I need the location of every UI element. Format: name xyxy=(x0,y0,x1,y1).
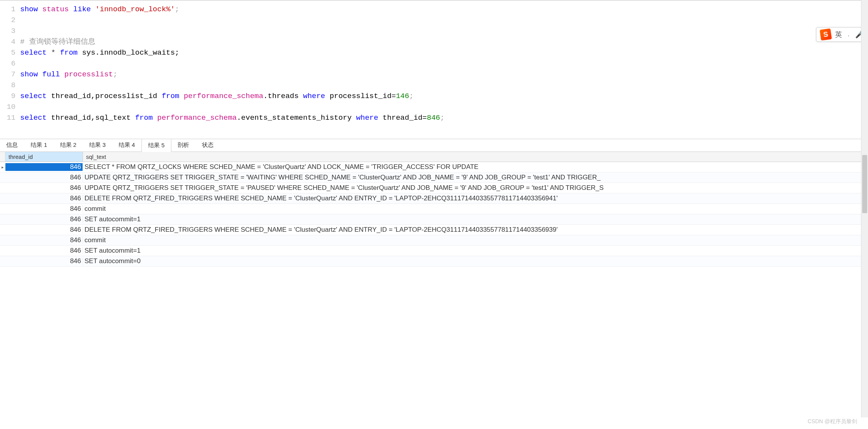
code-line[interactable] xyxy=(20,26,868,36)
cell-sql-text[interactable]: SET autocommit=1 xyxy=(83,247,868,255)
table-row[interactable]: 846UPDATE QRTZ_TRIGGERS SET TRIGGER_STAT… xyxy=(0,172,868,183)
table-row[interactable]: 846commit xyxy=(0,204,868,214)
sql-client-window: 1234567891011 show status like 'innodb_r… xyxy=(0,0,868,429)
cell-thread-id[interactable]: 846 xyxy=(5,184,83,192)
line-number: 7 xyxy=(0,69,16,80)
code-line[interactable]: # 查询锁等待详细信息 xyxy=(20,36,868,47)
tab-结果 2[interactable]: 结果 2 xyxy=(54,139,83,152)
line-number: 8 xyxy=(0,80,16,91)
tab-剖析[interactable]: 剖析 xyxy=(171,139,196,152)
line-gutter: 1234567891011 xyxy=(0,4,20,123)
line-number: 10 xyxy=(0,102,16,112)
cell-sql-text[interactable]: SET autocommit=1 xyxy=(83,215,868,223)
row-marker-icon: ▸ xyxy=(0,165,5,170)
tab-结果 1[interactable]: 结果 1 xyxy=(24,139,54,152)
line-number: 9 xyxy=(0,91,16,102)
table-row[interactable]: ▸846SELECT * FROM QRTZ_LOCKS WHERE SCHED… xyxy=(0,162,868,172)
table-row[interactable]: 846commit xyxy=(0,235,868,246)
line-number: 1 xyxy=(0,4,16,15)
column-header-thread-id[interactable]: thread_id xyxy=(5,152,83,162)
cell-sql-text[interactable]: commit xyxy=(83,205,868,213)
column-header-sql-text[interactable]: sql_text xyxy=(83,152,868,162)
table-row[interactable]: 846SET autocommit=1 xyxy=(0,214,868,225)
cell-sql-text[interactable]: UPDATE QRTZ_TRIGGERS SET TRIGGER_STATE =… xyxy=(83,184,868,192)
code-area[interactable]: show status like 'innodb_row_lock%'; # 查… xyxy=(20,4,868,123)
code-line[interactable]: select * from sys.innodb_lock_waits; xyxy=(20,47,868,58)
ime-toolbar[interactable]: S 英 ， 🎤 xyxy=(816,27,868,42)
tab-信息[interactable]: 信息 xyxy=(0,139,24,152)
cell-thread-id[interactable]: 846 xyxy=(5,215,83,223)
sql-editor[interactable]: 1234567891011 show status like 'innodb_r… xyxy=(0,0,868,139)
table-row[interactable]: 846DELETE FROM QRTZ_FIRED_TRIGGERS WHERE… xyxy=(0,225,868,235)
ime-separator: ， xyxy=(846,31,851,38)
code-line[interactable] xyxy=(20,80,868,91)
cell-thread-id[interactable]: 846 xyxy=(5,195,83,202)
cell-thread-id[interactable]: 846 xyxy=(5,174,83,181)
result-grid: thread_id sql_text ▸846SELECT * FROM QRT… xyxy=(0,152,868,429)
sogou-logo-icon[interactable]: S xyxy=(820,28,832,41)
result-tabs: 信息结果 1结果 2结果 3结果 4结果 5剖析状态 xyxy=(0,139,868,152)
tab-结果 5[interactable]: 结果 5 xyxy=(142,139,171,152)
cell-thread-id[interactable]: 846 xyxy=(5,257,83,265)
cell-thread-id[interactable]: 846 xyxy=(5,236,83,244)
code-line[interactable] xyxy=(20,15,868,26)
grid-body: ▸846SELECT * FROM QRTZ_LOCKS WHERE SCHED… xyxy=(0,162,868,267)
line-number: 5 xyxy=(0,47,16,58)
code-line[interactable] xyxy=(20,102,868,112)
table-row[interactable]: 846DELETE FROM QRTZ_FIRED_TRIGGERS WHERE… xyxy=(0,193,868,204)
cell-thread-id[interactable]: 846 xyxy=(5,163,83,171)
code-line[interactable]: select thread_id,processlist_id from per… xyxy=(20,91,868,102)
cell-sql-text[interactable]: commit xyxy=(83,236,868,244)
line-number: 11 xyxy=(0,112,16,123)
line-number: 3 xyxy=(0,26,16,36)
vertical-scrollbar[interactable] xyxy=(861,0,868,417)
grid-header: thread_id sql_text xyxy=(0,152,868,162)
cell-sql-text[interactable]: SET autocommit=0 xyxy=(83,257,868,265)
table-row[interactable]: 846UPDATE QRTZ_TRIGGERS SET TRIGGER_STAT… xyxy=(0,183,868,193)
line-number: 6 xyxy=(0,58,16,69)
cell-sql-text[interactable]: DELETE FROM QRTZ_FIRED_TRIGGERS WHERE SC… xyxy=(83,195,868,202)
row-marker-header xyxy=(0,152,5,162)
tab-结果 3[interactable]: 结果 3 xyxy=(83,139,112,152)
ime-language[interactable]: 英 xyxy=(835,30,842,39)
code-line[interactable]: show status like 'innodb_row_lock%'; xyxy=(20,4,868,15)
table-row[interactable]: 846SET autocommit=1 xyxy=(0,246,868,256)
line-number: 4 xyxy=(0,36,16,47)
cell-sql-text[interactable]: SELECT * FROM QRTZ_LOCKS WHERE SCHED_NAM… xyxy=(83,163,868,171)
scrollbar-thumb[interactable] xyxy=(862,155,867,213)
cell-thread-id[interactable]: 846 xyxy=(5,247,83,255)
watermark-text: CSDN @程序员黎剑 xyxy=(808,418,857,425)
table-row[interactable]: 846SET autocommit=0 xyxy=(0,256,868,267)
cell-sql-text[interactable]: UPDATE QRTZ_TRIGGERS SET TRIGGER_STATE =… xyxy=(83,174,868,181)
line-number: 2 xyxy=(0,15,16,26)
cell-thread-id[interactable]: 846 xyxy=(5,226,83,234)
code-line[interactable] xyxy=(20,58,868,69)
cell-sql-text[interactable]: DELETE FROM QRTZ_FIRED_TRIGGERS WHERE SC… xyxy=(83,226,868,234)
cell-thread-id[interactable]: 846 xyxy=(5,205,83,213)
code-line[interactable]: select thread_id,sql_text from performan… xyxy=(20,112,868,123)
tab-状态[interactable]: 状态 xyxy=(196,139,220,152)
code-line[interactable]: show full processlist; xyxy=(20,69,868,80)
tab-结果 4[interactable]: 结果 4 xyxy=(112,139,142,152)
